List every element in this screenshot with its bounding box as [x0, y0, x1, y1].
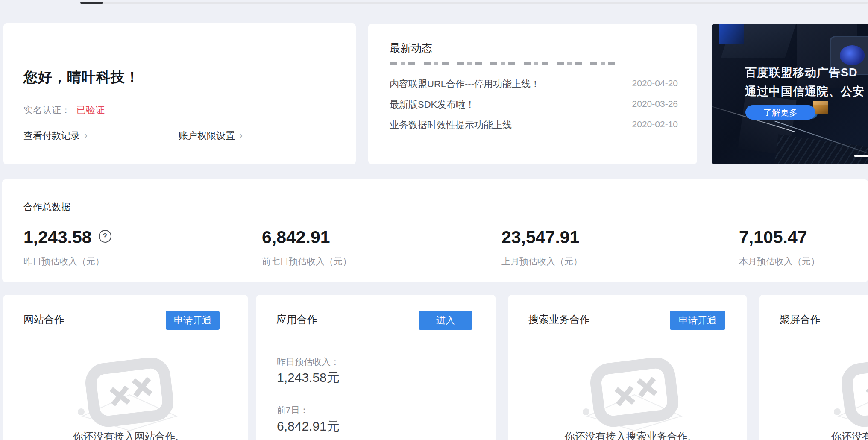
- news-item-link[interactable]: 业务数据时效性提示功能上线: [390, 119, 512, 132]
- banner-camera-lens: [840, 45, 865, 65]
- account-permission-link[interactable]: 账户权限设置›: [179, 129, 243, 142]
- news-item-date: 2020-02-10: [632, 119, 678, 129]
- banner-headline-line2: 通过中国信通院、公安: [745, 84, 865, 99]
- stat-this-month: 7,105.47 本月预估收入（元）: [739, 227, 868, 247]
- greeting-title: 您好，晴叶科技！: [23, 68, 140, 87]
- coop-card-title: 聚屏合作: [780, 313, 821, 326]
- banner-decor-blue-panel: [719, 24, 744, 44]
- app-coop-card: 应用合作 进入 昨日预估收入： 1,243.58元 前7日： 6,842.91元: [256, 295, 496, 440]
- stat-label: 昨日预估收入（元）: [23, 255, 104, 267]
- app-stat-value: 6,842.91元: [277, 418, 340, 435]
- stat-value: 1,243.58: [23, 227, 92, 247]
- news-ticker-clipped-item: [390, 62, 621, 65]
- news-item: 业务数据时效性提示功能上线 2020-02-10: [390, 119, 678, 132]
- news-item-date: 2020-03-26: [632, 99, 678, 109]
- app-stat-label: 前7日：: [277, 404, 309, 416]
- latest-news-card: 最新动态 内容联盟URL合作---停用功能上线！ 2020-04-20 最新版S…: [368, 24, 697, 164]
- stat-value: 7,105.47: [739, 227, 807, 247]
- banner-decor-stripes: [774, 134, 868, 164]
- apply-open-button[interactable]: 申请开通: [166, 311, 220, 330]
- news-item-date: 2020-04-20: [632, 78, 678, 88]
- chevron-right-icon: ›: [84, 129, 88, 141]
- coop-card-title: 搜索业务合作: [528, 313, 590, 326]
- stat-last-month: 23,547.91 上月预估收入（元）: [501, 227, 724, 247]
- stat-label: 前七日预估收入（元）: [262, 255, 352, 267]
- banner-headline-line1: 百度联盟移动广告SD: [745, 65, 858, 80]
- stat-label: 本月预估收入（元）: [739, 255, 820, 267]
- stat-value: 23,547.91: [501, 227, 579, 247]
- horizontal-scrollbar-track[interactable]: [80, 2, 868, 4]
- horizontal-scrollbar-thumb[interactable]: [80, 2, 103, 4]
- verify-status-badge: 已验证: [76, 105, 105, 115]
- banner-decor-orange-cube: [813, 101, 828, 114]
- empty-state-icon: [832, 358, 868, 431]
- news-item-link[interactable]: 最新版SDK发布啦！: [390, 98, 475, 111]
- stat-value: 6,842.91: [262, 227, 330, 247]
- news-item: 内容联盟URL合作---停用功能上线！ 2020-04-20: [390, 78, 678, 91]
- banner-carousel-indicator[interactable]: [854, 155, 868, 157]
- website-coop-card: 网站合作 申请开通 你还没有接入网站合作,: [3, 295, 248, 440]
- empty-state-icon: [581, 358, 688, 431]
- coop-card-title: 网站合作: [23, 313, 65, 326]
- apply-open-button[interactable]: 申请开通: [670, 311, 725, 330]
- promo-banner[interactable]: 百度联盟移动广告SD 通过中国信通院、公安 了解更多: [712, 24, 868, 164]
- news-item: 最新版SDK发布啦！ 2020-03-26: [390, 98, 678, 111]
- chevron-right-icon: ›: [239, 129, 243, 141]
- enter-button[interactable]: 进入: [419, 311, 472, 330]
- app-stat-value: 1,243.58元: [277, 369, 340, 387]
- coop-card-title: 应用合作: [276, 313, 317, 326]
- stats-section-title: 合作总数据: [23, 201, 70, 214]
- empty-state-icon: [76, 358, 183, 431]
- empty-state-text: 你还没有接入网站合作,: [3, 430, 248, 440]
- empty-state-text: 你还没有: [831, 430, 868, 440]
- search-coop-card: 搜索业务合作 申请开通 你还没有接入搜索业务合作,: [508, 295, 747, 440]
- verify-label: 实名认证：: [23, 105, 70, 115]
- total-stats-card: 合作总数据 1,243.58? 昨日预估收入（元） 6,842.91 前七日预估…: [2, 179, 868, 282]
- banner-learn-more-button[interactable]: 了解更多: [745, 105, 815, 120]
- stat-label: 上月预估收入（元）: [501, 255, 582, 267]
- greeting-card: 您好，晴叶科技！ 实名认证：已验证 查看付款记录› 账户权限设置›: [3, 23, 356, 164]
- payment-records-link[interactable]: 查看付款记录›: [23, 129, 88, 142]
- stat-last7days: 6,842.91 前七日预估收入（元）: [262, 227, 484, 247]
- realname-verify-row: 实名认证：已验证: [23, 104, 105, 117]
- app-stat-label: 昨日预估收入：: [277, 356, 340, 368]
- empty-state-text: 你还没有接入搜索业务合作,: [508, 430, 747, 440]
- juping-coop-card: 聚屏合作 你还没有: [760, 295, 868, 440]
- stat-yesterday: 1,243.58? 昨日预估收入（元）: [23, 227, 246, 247]
- news-item-link[interactable]: 内容联盟URL合作---停用功能上线！: [390, 78, 540, 91]
- help-icon[interactable]: ?: [99, 230, 111, 243]
- news-title: 最新动态: [390, 41, 432, 55]
